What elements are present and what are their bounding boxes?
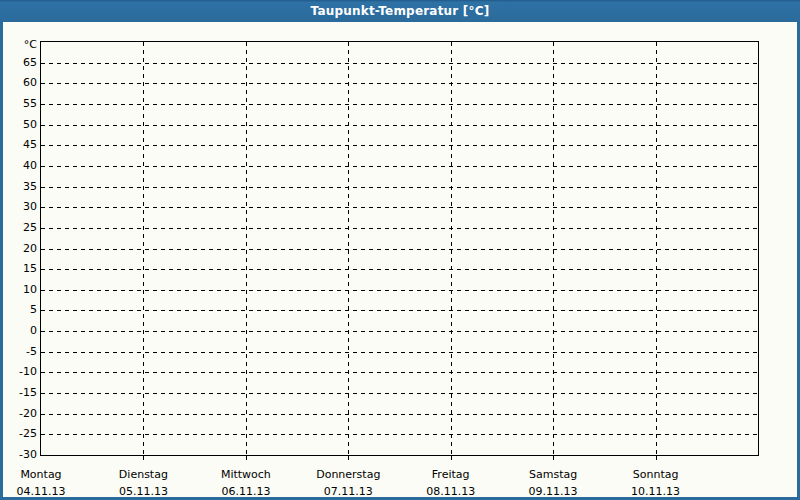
title-bar: Taupunkt-Temperatur [°C] bbox=[0, 0, 800, 22]
chart-area: °C 65605550454035302520151050-5-10-15-20… bbox=[3, 22, 797, 497]
x-axis-tick bbox=[246, 456, 247, 460]
x-date-label: 04.11.13 bbox=[0, 486, 96, 498]
plot-frame bbox=[40, 41, 759, 456]
h-gridline bbox=[41, 434, 758, 435]
x-date-label: 05.11.13 bbox=[88, 486, 198, 498]
v-gridline bbox=[348, 42, 349, 455]
h-gridline bbox=[41, 104, 758, 105]
y-tick-label: 30 bbox=[3, 201, 37, 213]
h-gridline bbox=[41, 393, 758, 394]
h-gridline bbox=[41, 228, 758, 229]
x-date-label: 10.11.13 bbox=[601, 486, 711, 498]
x-date-label: 07.11.13 bbox=[293, 486, 403, 498]
x-axis-tick bbox=[451, 456, 452, 460]
x-axis-tick bbox=[348, 456, 349, 460]
chart-window: Taupunkt-Temperatur [°C] °C 656055504540… bbox=[0, 0, 800, 500]
h-gridline bbox=[41, 372, 758, 373]
y-tick-label: 40 bbox=[3, 160, 37, 172]
y-tick-label: 65 bbox=[3, 57, 37, 69]
y-axis-unit-label: °C bbox=[3, 39, 37, 51]
v-gridline bbox=[553, 42, 554, 455]
y-tick-label: -5 bbox=[3, 346, 37, 358]
h-gridline bbox=[41, 207, 758, 208]
h-gridline bbox=[41, 414, 758, 415]
y-tick-label: 20 bbox=[3, 243, 37, 255]
y-tick-label: -30 bbox=[3, 449, 37, 461]
y-tick-label: 60 bbox=[3, 77, 37, 89]
x-day-label: Dienstag bbox=[88, 469, 198, 481]
h-gridline bbox=[41, 125, 758, 126]
y-tick-label: 5 bbox=[3, 304, 37, 316]
x-date-label: 08.11.13 bbox=[396, 486, 506, 498]
y-tick-label: -10 bbox=[3, 366, 37, 378]
y-tick-label: 10 bbox=[3, 284, 37, 296]
y-tick-label: 45 bbox=[3, 139, 37, 151]
h-gridline bbox=[41, 145, 758, 146]
x-day-label: Sonntag bbox=[601, 469, 711, 481]
y-tick-label: 35 bbox=[3, 181, 37, 193]
y-tick-label: -25 bbox=[3, 428, 37, 440]
y-tick-label: 15 bbox=[3, 263, 37, 275]
v-gridline bbox=[143, 42, 144, 455]
h-gridline bbox=[41, 331, 758, 332]
x-axis-tick bbox=[553, 456, 554, 460]
x-day-label: Montag bbox=[0, 469, 96, 481]
y-tick-label: -15 bbox=[3, 387, 37, 399]
y-tick-label: 50 bbox=[3, 119, 37, 131]
h-gridline bbox=[41, 249, 758, 250]
h-gridline bbox=[41, 352, 758, 353]
x-date-label: 09.11.13 bbox=[498, 486, 608, 498]
y-tick-label: -20 bbox=[3, 408, 37, 420]
x-axis-tick bbox=[656, 456, 657, 460]
x-date-label: 06.11.13 bbox=[191, 486, 301, 498]
x-day-label: Mittwoch bbox=[191, 469, 301, 481]
h-gridline bbox=[41, 187, 758, 188]
x-day-label: Samstag bbox=[498, 469, 608, 481]
h-gridline bbox=[41, 269, 758, 270]
y-tick-label: 0 bbox=[3, 325, 37, 337]
window-title: Taupunkt-Temperatur [°C] bbox=[311, 4, 490, 18]
x-axis-tick bbox=[143, 456, 144, 460]
h-gridline bbox=[41, 83, 758, 84]
h-gridline bbox=[41, 290, 758, 291]
y-tick-label: 55 bbox=[3, 98, 37, 110]
y-tick-label: 25 bbox=[3, 222, 37, 234]
v-gridline bbox=[451, 42, 452, 455]
h-gridline bbox=[41, 310, 758, 311]
h-gridline bbox=[41, 166, 758, 167]
v-gridline bbox=[246, 42, 247, 455]
x-day-label: Donnerstag bbox=[293, 469, 403, 481]
x-day-label: Freitag bbox=[396, 469, 506, 481]
v-gridline bbox=[656, 42, 657, 455]
h-gridline bbox=[41, 63, 758, 64]
